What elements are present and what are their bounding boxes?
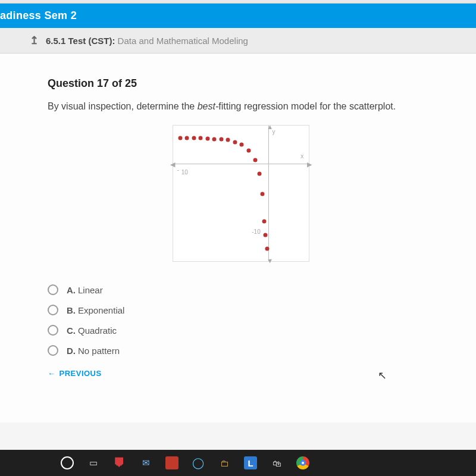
data-point	[257, 171, 261, 176]
answer-label: Quadratic	[78, 325, 117, 336]
mail-icon[interactable]: ✉	[138, 455, 154, 471]
question-text: By visual inspection, determine the best…	[48, 99, 434, 113]
answer-option-A[interactable]: A.Linear	[48, 280, 434, 300]
task-view-icon[interactable]: ▭	[86, 455, 101, 471]
y-axis	[268, 126, 269, 261]
data-point	[253, 158, 258, 162]
radio-icon[interactable]	[48, 345, 58, 356]
answer-option-B[interactable]: B.Exponential	[48, 300, 434, 320]
data-point	[192, 136, 196, 140]
data-point	[262, 220, 266, 224]
mcafee-icon[interactable]: ⛊	[112, 455, 127, 471]
start-circle-icon[interactable]	[60, 455, 75, 471]
arrow-down-icon: ▼	[267, 257, 273, 264]
arrow-left-icon: ←	[48, 369, 56, 378]
arrow-left-icon: ◀	[170, 161, 175, 168]
data-point	[185, 136, 189, 140]
answer-list: A.LinearB.ExponentialC.QuadraticD.No pat…	[48, 280, 434, 361]
windows-taskbar[interactable]: ▭ ⛊ ✉ ◯ 🗀 L 🛍	[0, 450, 476, 476]
answer-option-D[interactable]: D.No pattern	[48, 340, 434, 361]
radio-icon[interactable]	[48, 284, 58, 295]
data-point	[178, 136, 182, 140]
answer-label: Exponential	[78, 305, 124, 315]
tick-value-10: 10	[181, 169, 188, 176]
data-point	[264, 233, 268, 237]
tick-value-neg10: -10	[252, 228, 260, 235]
data-point	[265, 247, 269, 251]
data-point	[205, 137, 209, 141]
x-axis	[173, 164, 309, 164]
app-L-icon[interactable]: L	[243, 455, 258, 471]
answer-letter: D.	[67, 346, 76, 356]
tick-neg-x: -	[177, 167, 179, 173]
test-number: 6.5.1	[46, 36, 65, 46]
course-banner: adiness Sem 2	[0, 4, 476, 28]
answer-option-C[interactable]: C.Quadratic	[48, 320, 434, 340]
data-point	[246, 148, 250, 152]
arrow-up-icon: ▲	[267, 123, 273, 130]
back-icon[interactable]: ↥	[30, 34, 39, 47]
x-axis-label: x	[300, 153, 303, 159]
edge-icon[interactable]: ◯	[190, 455, 206, 471]
data-point	[260, 192, 264, 196]
question-counter: Question 17 of 25	[48, 77, 434, 90]
data-point	[219, 137, 223, 142]
radio-icon[interactable]	[48, 305, 58, 315]
answer-letter: C.	[67, 325, 76, 336]
arrow-right-icon: ▶	[307, 161, 312, 168]
test-title: Test (CST):	[68, 36, 115, 46]
scatterplot-chart: y x - 10 -10 ▲ ▼ ▶ ◀	[173, 125, 309, 262]
answer-label: Linear	[78, 285, 103, 295]
data-point	[233, 140, 237, 144]
test-subtitle: Data and Mathematical Modeling	[118, 36, 248, 46]
test-header-bar: ↥ 6.5.1 Test (CST): Data and Mathematica…	[0, 28, 476, 54]
file-explorer-icon[interactable]: 🗀	[217, 455, 232, 471]
answer-label: No pattern	[78, 346, 120, 356]
data-point	[212, 137, 217, 142]
data-point	[226, 138, 230, 142]
course-title: adiness Sem 2	[0, 10, 77, 21]
data-point	[240, 143, 244, 147]
answer-letter: B.	[67, 305, 76, 315]
ms-store-icon[interactable]: 🛍	[269, 455, 284, 471]
previous-button[interactable]: ← PREVIOUS	[48, 369, 102, 378]
question-panel: Question 17 of 25 By visual inspection, …	[0, 54, 476, 422]
radio-icon[interactable]	[48, 325, 58, 336]
previous-label: PREVIOUS	[60, 369, 102, 378]
app-red-icon[interactable]	[164, 455, 180, 471]
data-point	[199, 136, 203, 140]
mouse-cursor-icon: ↖	[378, 369, 387, 382]
answer-letter: A.	[67, 285, 76, 295]
chrome-icon[interactable]	[295, 455, 311, 471]
